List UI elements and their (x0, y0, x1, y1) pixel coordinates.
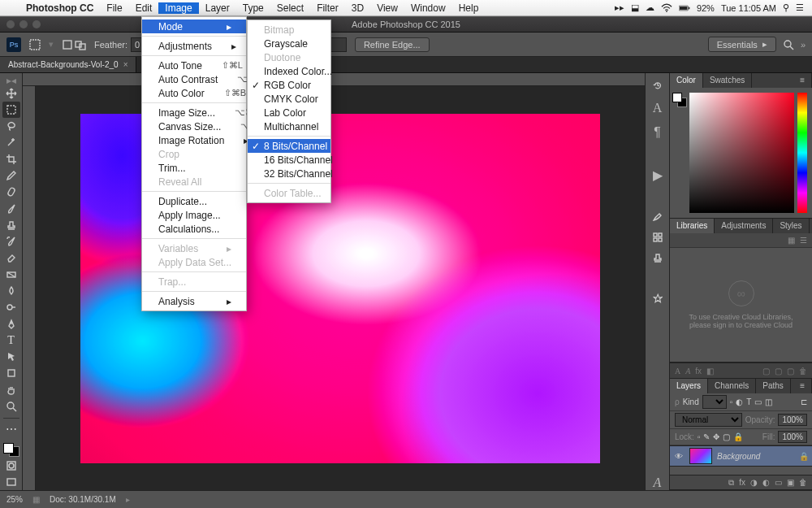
mi-calculations[interactable]: Calculations... (142, 222, 246, 236)
ps-logo-icon[interactable]: Ps (6, 37, 21, 52)
brush-tool[interactable] (2, 201, 20, 216)
doc-info-arrow-icon[interactable]: ▸ (126, 495, 130, 504)
tab-swatches[interactable]: Swatches (703, 73, 752, 88)
menu-window[interactable]: Window (404, 2, 452, 14)
zoom-level[interactable]: 25% (6, 495, 23, 504)
layers-panel-menu-icon[interactable]: ≡ (793, 379, 812, 393)
notification-icon[interactable]: ☰ (796, 2, 804, 13)
lib-view-grid-icon[interactable]: ▦ (788, 236, 795, 245)
wand-tool[interactable] (2, 135, 20, 150)
layer-visibility-icon[interactable]: 👁 (673, 452, 685, 461)
tab-paths[interactable]: Paths (756, 379, 791, 393)
layers-filter-dd[interactable] (702, 395, 727, 409)
type-trash-icon[interactable]: 🗑 (799, 367, 807, 376)
ruler-horizontal[interactable] (23, 73, 645, 86)
filter-pixel-icon[interactable]: ▫ (730, 397, 733, 406)
tab-channels[interactable]: Channels (708, 379, 756, 393)
mm-8bit[interactable]: ✓8 Bits/Channel (248, 139, 330, 153)
layer-lock-icon[interactable]: 🔒 (799, 452, 809, 461)
handle-icon[interactable]: ▸◂ (2, 76, 20, 85)
type-tool[interactable]: T (2, 332, 20, 348)
tab-layers[interactable]: Layers (670, 379, 708, 393)
stamp-tool[interactable] (2, 217, 20, 232)
opacity-input[interactable]: 100% (778, 414, 807, 426)
menu-edit[interactable]: Edit (129, 2, 159, 14)
lock-pixel-icon[interactable]: ✎ (703, 432, 710, 441)
menu-type[interactable]: Type (236, 2, 270, 14)
blur-tool[interactable] (2, 283, 20, 298)
mi-canvas-size[interactable]: Canvas Size...⌥⌘C (142, 119, 246, 133)
mm-16bit[interactable]: 16 Bits/Channel (248, 153, 330, 167)
group-icon[interactable]: ▭ (775, 478, 782, 487)
lock-all-icon[interactable]: 🔒 (733, 432, 743, 441)
navigator-panel-icon[interactable] (652, 292, 663, 303)
minimize-button[interactable] (19, 20, 28, 28)
menu-3d[interactable]: 3D (345, 2, 370, 14)
lib-view-list-icon[interactable]: ☰ (800, 236, 807, 245)
type-fx-icon[interactable]: fx (695, 367, 702, 376)
tab-color[interactable]: Color (670, 73, 703, 88)
shape-tool[interactable] (2, 366, 20, 381)
delete-layer-icon[interactable]: 🗑 (799, 478, 807, 487)
zoom-tool[interactable] (2, 398, 20, 414)
mi-auto-color[interactable]: Auto Color⇧⌘B (142, 86, 246, 100)
tab-styles[interactable]: Styles (773, 219, 809, 233)
ruler-vertical[interactable] (23, 86, 36, 490)
layer-row-background[interactable]: 👁 Background 🔒 (670, 445, 812, 467)
brush-presets-panel-icon[interactable] (652, 232, 663, 243)
edit-toolbar-icon[interactable]: ⋯ (2, 422, 20, 437)
filter-smart-icon[interactable]: ◫ (765, 397, 772, 406)
color-panel-menu-icon[interactable]: ≡ (793, 73, 812, 88)
lock-trans-icon[interactable]: ▫ (698, 432, 701, 441)
quickmask-icon[interactable] (2, 458, 20, 473)
maximize-button[interactable] (32, 20, 41, 28)
mi-trim[interactable]: Trim... (142, 161, 246, 175)
gradient-tool[interactable] (2, 267, 20, 282)
character-panel-icon[interactable]: A (653, 101, 663, 115)
libraries-panel-menu-icon[interactable]: ≡ (810, 219, 812, 233)
mm-lab[interactable]: Lab Color (248, 106, 330, 119)
fill-input[interactable]: 100% (778, 431, 807, 443)
lock-artboard-icon[interactable]: ▢ (723, 432, 730, 441)
battery-icon[interactable] (679, 2, 690, 14)
panel-collapse-icon[interactable]: » (801, 40, 806, 50)
tab-close-icon[interactable]: × (123, 60, 128, 69)
type-btn-2[interactable]: ▢ (775, 367, 782, 376)
mi-duplicate[interactable]: Duplicate... (142, 194, 246, 208)
menu-help[interactable]: Help (452, 2, 486, 14)
brushes-panel-icon[interactable] (652, 211, 663, 222)
app-name[interactable]: Photoshop CC (19, 2, 100, 14)
layer-name[interactable]: Background (717, 452, 794, 461)
history-panel-icon[interactable] (652, 80, 663, 91)
type-clip-icon[interactable]: ◧ (706, 367, 714, 376)
mm-rgb[interactable]: ✓RGB Color (248, 78, 330, 92)
color-panel-swatches[interactable] (672, 93, 687, 107)
tab-libraries[interactable]: Libraries (670, 219, 715, 233)
mi-analysis[interactable]: Analysis▸ (142, 294, 246, 308)
canvas-viewport[interactable] (36, 86, 645, 490)
move-tool[interactable] (2, 85, 20, 101)
close-button[interactable] (6, 20, 15, 28)
fastforward-icon[interactable]: ▸▸ (615, 2, 624, 13)
wifi-icon[interactable] (661, 2, 672, 14)
crop-tool[interactable] (2, 151, 20, 167)
spotlight-icon[interactable]: ⚲ (783, 2, 789, 13)
workspace-switcher[interactable]: Essentials▸ (708, 37, 776, 52)
document-tab[interactable]: Abstract-Backgrounds-Vol-2_0 × (0, 57, 136, 72)
mm-32bit[interactable]: 32 Bits/Channel (248, 167, 330, 180)
menu-layer[interactable]: Layer (199, 2, 236, 14)
history-brush-tool[interactable] (2, 234, 20, 250)
lock-pos-icon[interactable]: ✥ (713, 432, 719, 441)
selection-mode-icons[interactable] (62, 39, 86, 50)
type-aa-icon[interactable]: A (685, 367, 690, 376)
tab-adjustments[interactable]: Adjustments (715, 219, 773, 233)
doc-size[interactable]: Doc: 30.1M/30.1M (50, 495, 116, 504)
layer-fx-icon[interactable]: fx (739, 478, 745, 487)
color-field[interactable] (689, 93, 794, 213)
marquee-tool[interactable] (2, 102, 20, 117)
menu-filter[interactable]: Filter (310, 2, 345, 14)
search-icon[interactable] (783, 39, 794, 50)
mi-image-size[interactable]: Image Size...⌥⌘I (142, 106, 246, 119)
mi-auto-tone[interactable]: Auto Tone⇧⌘L (142, 59, 246, 72)
layer-thumbnail[interactable] (689, 448, 712, 464)
